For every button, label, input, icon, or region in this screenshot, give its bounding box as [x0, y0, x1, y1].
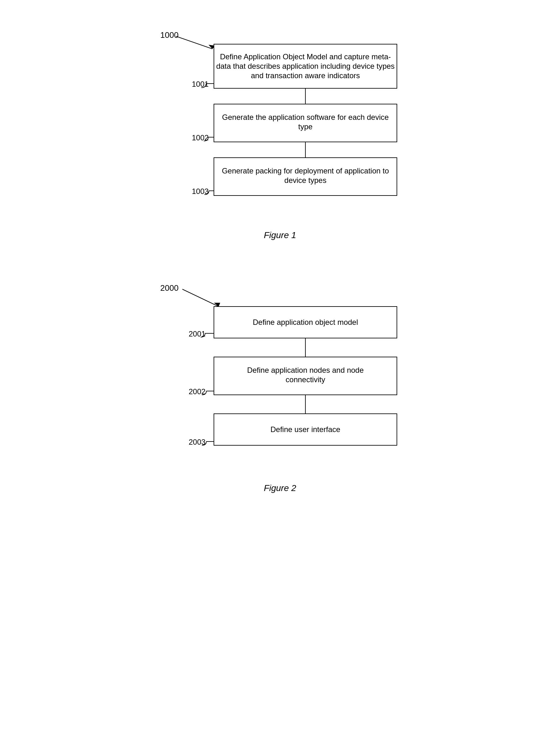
fig2-main-ref: 2000 [160, 283, 179, 293]
fig1-box3-text2: device types [284, 176, 326, 185]
fig1-main-ref: 1000 [160, 30, 179, 40]
figure1-label: Figure 1 [264, 230, 296, 240]
fig1-box1-text1: Define Application Object Model and capt… [220, 52, 391, 61]
figure2-section: 2000 Define application object model 200… [110, 278, 451, 506]
fig1-box2-text2: type [298, 122, 312, 131]
figure1-svg: 1000 Define Application Object Model and… [151, 25, 410, 221]
figure1-diagram: 1000 Define Application Object Model and… [110, 25, 451, 240]
fig1-box3-text1: Generate packing for deployment of appli… [222, 167, 389, 175]
figure2-label: Figure 2 [264, 483, 296, 493]
figure2-svg: 2000 Define application object model 200… [151, 278, 410, 474]
fig1-box1-text2: data that describes application includin… [216, 62, 395, 70]
figure1-section: 1000 Define Application Object Model and… [110, 25, 451, 253]
fig2-box3-text: Define user interface [270, 425, 340, 433]
figure2-diagram: 2000 Define application object model 200… [110, 278, 451, 493]
fig2-box1-text: Define application object model [253, 318, 358, 327]
fig1-box2-text1: Generate the application software for ea… [222, 113, 388, 121]
fig2-main-arrow-line [182, 289, 219, 307]
fig1-box1-text3: and transaction aware indicators [251, 71, 360, 80]
fig2-box2-text1: Define application nodes and node [247, 366, 364, 374]
fig1-main-arrow-line [176, 36, 212, 49]
fig2-box2-text2: connectivity [286, 375, 325, 384]
